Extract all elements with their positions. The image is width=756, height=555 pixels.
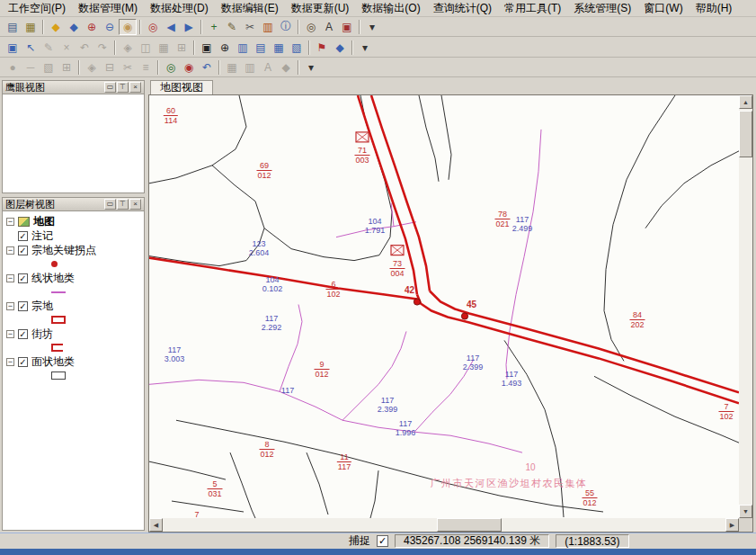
- symbol-library-button[interactable]: ▣: [338, 19, 356, 35]
- label-denominator: 012: [256, 170, 271, 180]
- layer-checkbox-parcel-key-points[interactable]: ✓: [18, 246, 28, 255]
- scale-display: (1:1883.53): [556, 534, 628, 548]
- vertical-scrollbar[interactable]: ▲ ▼: [739, 95, 752, 518]
- grid-display-button[interactable]: ▦: [270, 40, 288, 56]
- layer-order-button[interactable]: ▧: [288, 40, 306, 56]
- eagle-eye-view[interactable]: [3, 94, 144, 192]
- menu-data-update[interactable]: 数据更新(U): [285, 0, 356, 18]
- menu-data-process[interactable]: 数据处理(D): [144, 0, 215, 18]
- toolbar-separator: [298, 20, 299, 34]
- snap-settings-button[interactable]: ◎: [162, 59, 180, 76]
- panel-close-button[interactable]: ×: [129, 82, 141, 93]
- layer-checkbox-areal-land-class[interactable]: ✓: [18, 357, 28, 367]
- layer-checkbox-annotation[interactable]: ✓: [18, 231, 28, 241]
- map-scale-button[interactable]: ▤: [252, 40, 270, 56]
- open-map-button[interactable]: ▦: [22, 19, 40, 35]
- map-canvas[interactable]: 6011469012710037802173004610284202901271…: [149, 95, 739, 518]
- scroll-up-button[interactable]: ▲: [739, 95, 752, 109]
- map-label-pink: 广州市天河区渔沙坦村农民集体: [431, 477, 588, 490]
- scroll-right-button[interactable]: ▶: [725, 518, 739, 532]
- statistics-button[interactable]: ▥: [259, 19, 277, 35]
- menu-data-output[interactable]: 数据输出(O): [355, 0, 426, 18]
- application-window: 工作空间(P)数据管理(M)数据处理(D)数据编辑(E)数据更新(U)数据输出(…: [0, 0, 756, 555]
- label-denominator: 117: [337, 461, 351, 471]
- layer-item-block[interactable]: −✓街坊: [6, 327, 144, 341]
- menu-window[interactable]: 窗口(W): [637, 0, 689, 18]
- menu-data-manage[interactable]: 数据管理(M): [72, 0, 144, 18]
- panel-float-button[interactable]: ▭: [104, 82, 116, 93]
- panel-close-button[interactable]: ×: [129, 199, 141, 210]
- layer-item-linear-land-class[interactable]: −✓线状地类: [6, 271, 144, 285]
- expander-icon[interactable]: −: [6, 302, 14, 310]
- previous-view-button[interactable]: ◀: [162, 19, 180, 35]
- full-extent-button[interactable]: ▣: [198, 40, 216, 56]
- layer-item-parcel-key-points[interactable]: −✓宗地关键拐点: [6, 243, 144, 257]
- panel-pin-button[interactable]: ⊤: [117, 199, 129, 210]
- layer-checkbox-parcel[interactable]: ✓: [18, 301, 28, 311]
- zoom-out-button[interactable]: ⊖: [101, 19, 119, 35]
- layer-item-parcel[interactable]: −✓宗地: [6, 299, 144, 313]
- text-label-button[interactable]: A: [320, 19, 338, 35]
- vertical-scroll-thumb[interactable]: [739, 111, 752, 157]
- layer-checkbox-linear-land-class[interactable]: ✓: [18, 273, 28, 283]
- zoom-in-button[interactable]: ⊕: [83, 19, 101, 35]
- expander-icon[interactable]: −: [6, 274, 14, 282]
- toolbar2-options-button[interactable]: ▾: [356, 40, 374, 56]
- panel-pin-button[interactable]: ⊤: [117, 82, 129, 93]
- layer-visible-button[interactable]: ▥: [234, 40, 252, 56]
- panel-float-button[interactable]: ▭: [104, 199, 116, 210]
- menu-data-edit[interactable]: 数据编辑(E): [215, 0, 285, 18]
- measure-button[interactable]: ✎: [223, 19, 241, 35]
- point-label-45: 45: [467, 300, 476, 309]
- add-feature-blue-button[interactable]: ◆: [65, 19, 83, 35]
- bookmark-button[interactable]: ◆: [331, 40, 349, 56]
- next-view-button[interactable]: ▶: [180, 19, 198, 35]
- zoom-to-layer-button[interactable]: ⊕: [216, 40, 234, 56]
- tab-map-view[interactable]: 地图视图: [150, 80, 213, 94]
- mark-flag-button[interactable]: ⚑: [313, 40, 331, 56]
- select-rect-button[interactable]: ▣: [4, 40, 22, 56]
- layer-label-block: 街坊: [31, 327, 53, 342]
- expander-icon[interactable]: −: [6, 218, 14, 226]
- feature-info-button[interactable]: ⓘ: [277, 19, 295, 35]
- label-denominator: 012: [259, 449, 274, 459]
- label-numerator: 8: [259, 440, 274, 449]
- snap-checkbox[interactable]: ✓: [377, 535, 388, 547]
- map-document-area: 地图视图 60114690127100378021730046102842029…: [148, 78, 756, 533]
- layer-item-annotation[interactable]: −✓注记: [6, 228, 144, 243]
- locate-button[interactable]: ◎: [144, 19, 162, 35]
- layer-item-areal-land-class[interactable]: −✓面状地类: [6, 354, 144, 369]
- label-denominator: 031: [207, 488, 222, 498]
- menu-common-tools[interactable]: 常用工具(T): [498, 0, 567, 18]
- expander-icon[interactable]: −: [6, 330, 14, 338]
- label-numerator: 71: [354, 146, 369, 155]
- toolbar3-options-button[interactable]: ▾: [302, 59, 320, 76]
- menu-query-stats[interactable]: 查询统计(Q): [427, 0, 498, 18]
- expander-icon[interactable]: −: [6, 246, 14, 255]
- center-point-button[interactable]: +: [205, 19, 223, 35]
- expander-icon[interactable]: −: [6, 358, 14, 366]
- select-arrow-button[interactable]: ↖: [22, 40, 40, 56]
- menu-help[interactable]: 帮助(H): [689, 0, 739, 18]
- label-denominator: 114: [164, 115, 178, 125]
- scroll-left-button[interactable]: ◀: [149, 518, 163, 532]
- label-numerator: 7: [718, 402, 734, 411]
- toolbar-options-button[interactable]: ▾: [363, 19, 381, 35]
- pan-button[interactable]: ◉: [119, 19, 137, 35]
- horizontal-scrollbar[interactable]: ◀ ▶: [149, 518, 739, 532]
- horizontal-scroll-thumb[interactable]: [437, 518, 502, 532]
- layer-tree-root[interactable]: −地图: [6, 214, 144, 228]
- find-button[interactable]: ◎: [302, 19, 320, 35]
- scroll-down-button[interactable]: ▼: [739, 505, 752, 518]
- undo-edit-button[interactable]: ↶: [198, 59, 216, 76]
- label-code: 117: [378, 396, 398, 405]
- layer-checkbox-block[interactable]: ✓: [18, 329, 28, 339]
- add-feature-yellow-button[interactable]: ◆: [47, 19, 65, 35]
- clip-button[interactable]: ✂: [241, 19, 259, 35]
- attribute-table-button: ▦: [223, 59, 241, 76]
- topology-check-button[interactable]: ◉: [180, 59, 198, 76]
- label-numerator: 6: [325, 280, 341, 289]
- menu-system-manage[interactable]: 系统管理(S): [567, 0, 637, 18]
- menu-workspace[interactable]: 工作空间(P): [2, 0, 72, 18]
- new-workspace-button[interactable]: ▤: [4, 19, 22, 35]
